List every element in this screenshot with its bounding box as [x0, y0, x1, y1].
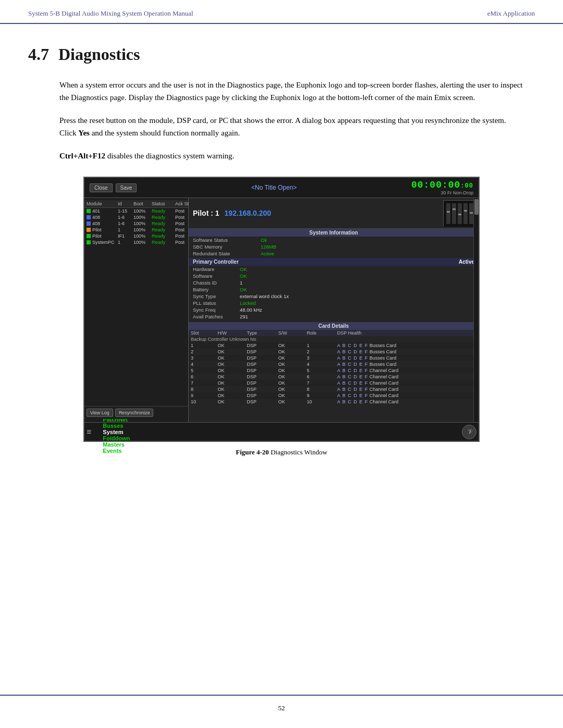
module-name: 408 — [92, 215, 100, 220]
card-cell: OK — [276, 355, 305, 361]
diag-topbar: Close Save <No Title Open> 00:00:00:00 3… — [84, 178, 479, 198]
card-row: 4OKDSPOK4A B C D E F Busses Card — [189, 361, 479, 367]
card-cell: OK — [276, 392, 305, 399]
diag-left-footer: View Log Resynchronize — [84, 406, 189, 419]
nav-item-system[interactable]: System — [95, 429, 137, 435]
module-id: 1-15 — [118, 208, 133, 214]
module-status: Ready — [152, 240, 175, 245]
card-cell: 6 — [189, 374, 216, 380]
detail-row: Sync Freq 48.00 kHz — [189, 306, 479, 313]
module-row[interactable]: Pilot 1 100% Ready Post — [84, 227, 188, 233]
card-cell: DSP — [244, 342, 276, 349]
module-id: 1-6 — [118, 221, 133, 226]
nav-item-busses[interactable]: Busses — [95, 423, 137, 429]
detail-label: Battery — [193, 287, 240, 292]
card-cell: OK — [276, 386, 305, 392]
card-cell: 9 — [189, 392, 216, 399]
scrollbar[interactable] — [473, 198, 479, 422]
module-row[interactable]: SystemPC 1 100% Ready Post — [84, 239, 188, 245]
card-cell: DSP — [244, 374, 276, 380]
card-row: 10OKDSPOK10A B C D E F Channel Card — [189, 399, 479, 405]
section-title: Diagnostics — [58, 45, 140, 64]
col-module: Module — [87, 201, 118, 206]
sys-info-rows: Software Status Ok SBC Memory 128MB Redu… — [189, 237, 479, 257]
hamburger-icon[interactable]: ≡ — [87, 427, 91, 437]
card-cell: 6 — [305, 374, 335, 380]
euphonix-logo[interactable]: 𝒱 — [462, 425, 476, 439]
save-button[interactable]: Save — [116, 183, 137, 192]
module-boot: 100% — [133, 233, 152, 239]
paragraph-2: Press the reset button on the module, DS… — [28, 114, 535, 139]
figure-number: Figure 4-20 — [236, 448, 269, 456]
figure-text: Diagnostics Window — [271, 448, 327, 456]
module-indicator — [87, 215, 91, 219]
card-cell: OK — [216, 367, 245, 374]
diag-left-panel: Module Id Boot Status Ack State 401 1-15… — [84, 198, 189, 422]
sys-info-row: SBC Memory 128MB — [189, 243, 479, 250]
module-boot: 100% — [133, 240, 152, 245]
card-table: SlotH/WTypeS/WRoleDSP Health Backup Cont… — [189, 330, 479, 405]
card-cell: 7 — [305, 380, 335, 386]
module-status: Ready — [152, 208, 175, 214]
paragraph-1: When a system error occurs and the user … — [28, 79, 535, 104]
card-cell: 7 — [189, 380, 216, 386]
module-boot: 100% — [133, 227, 152, 232]
module-indicator — [87, 240, 91, 244]
hw-detail-rows: Hardware OK Software OK Chassis ID 1 Bat… — [189, 266, 479, 320]
card-details-header: Card Details — [189, 322, 479, 330]
svg-rect-6 — [458, 214, 461, 215]
module-row[interactable]: 401 1-15 100% Ready Post — [84, 208, 188, 214]
card-cell: OK — [216, 361, 245, 367]
detail-value: external word clock 1x — [240, 293, 289, 299]
nav-item-masters[interactable]: Masters — [95, 441, 137, 448]
card-cell: 4 — [189, 361, 216, 367]
card-col-header: Slot — [189, 330, 216, 336]
detail-value: OK — [240, 266, 247, 272]
timecode-sub: 30 Fr Non-Drop — [411, 190, 473, 195]
pilot-label: Pilot : 1 — [193, 209, 219, 217]
detail-row: Chassis ID 1 — [189, 279, 479, 286]
card-health: A B C D E F Channel Card — [335, 392, 479, 399]
scrollbar-thumb — [474, 199, 479, 215]
page-number: 52 — [278, 704, 285, 712]
module-row[interactable]: 408 1-6 100% Ready Post — [84, 220, 188, 227]
abcdef-span: A B C D E F — [337, 374, 369, 379]
card-cell: DSP — [244, 380, 276, 386]
module-row[interactable]: 408 1-6 100% Ready Post — [84, 214, 188, 220]
close-button[interactable]: Close — [90, 183, 113, 192]
primary-ctrl-status: Active — [459, 259, 474, 265]
primary-controller-bar: Primary Controller Active — [189, 258, 479, 266]
module-row[interactable]: Pilot IF1 100% Ready Post — [84, 233, 188, 239]
module-name: 401 — [92, 208, 100, 214]
diag-navbar: ≡ DirectoryPatchNetBussesSystemFolddownM… — [84, 422, 479, 441]
module-indicator — [87, 234, 91, 238]
timecode-area: 00:00:00:00 30 Fr Non-Drop — [411, 180, 473, 195]
primary-ctrl-label: Primary Controller — [193, 259, 239, 265]
page-footer: 52 — [0, 695, 563, 712]
module-name: Pilot — [92, 233, 102, 239]
abcdef-span: A B C D E F — [337, 343, 369, 348]
modules-header: Module Id Boot Status Ack State — [84, 200, 188, 208]
card-cell: DSP — [244, 392, 276, 399]
detail-label: Software — [193, 273, 240, 279]
module-indicator — [87, 228, 91, 232]
nav-item-events[interactable]: Events — [95, 448, 137, 454]
nav-item-folddown[interactable]: Folddown — [95, 435, 137, 441]
module-boot: 100% — [133, 208, 152, 214]
card-col-header: Type — [244, 330, 276, 336]
card-cell: OK — [216, 386, 245, 392]
view-log-button[interactable]: View Log — [87, 409, 113, 417]
module-indicator — [87, 209, 91, 213]
sys-info-row: Software Status Ok — [189, 237, 479, 243]
card-row: 2OKDSPOK2A B C D E F Busses Card — [189, 349, 479, 355]
resync-button[interactable]: Resynchronize — [115, 409, 154, 417]
card-cell: OK — [276, 342, 305, 349]
detail-label: Sync Type — [193, 293, 240, 299]
card-row: 9OKDSPOK9A B C D E F Channel Card — [189, 392, 479, 399]
card-cell: 1 — [305, 342, 335, 349]
card-cell: OK — [216, 374, 245, 380]
detail-value: Locked — [240, 300, 256, 306]
card-cell: 3 — [189, 355, 216, 361]
card-cell: 1 — [189, 342, 216, 349]
detail-row: PLL status Locked — [189, 300, 479, 306]
